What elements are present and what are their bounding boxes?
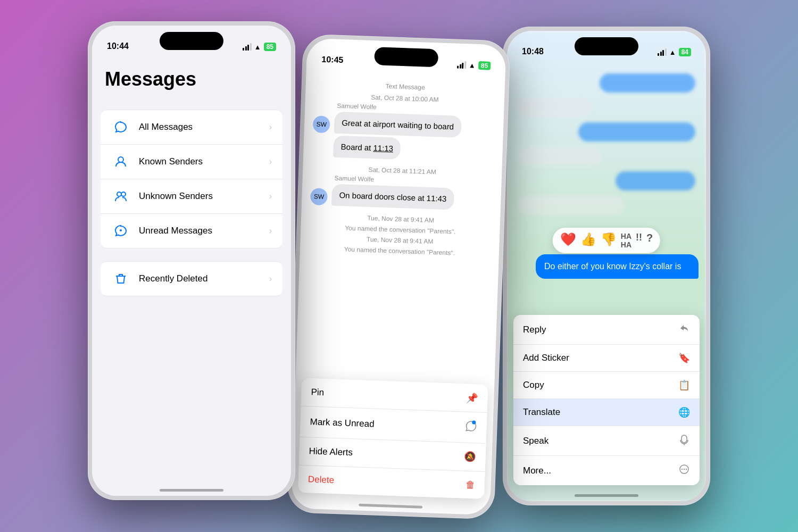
time-3: 10:48 <box>522 47 544 56</box>
more-menu-item[interactable]: More... <box>513 456 700 485</box>
svg-point-8 <box>681 469 683 470</box>
reply-svg-icon <box>678 322 690 334</box>
blur-bubble-2 <box>518 98 592 117</box>
translate-label: Translate <box>523 407 560 418</box>
phone-3: 10:48 ▲ 84 <box>503 27 710 505</box>
signal-icon-2 <box>457 61 466 69</box>
tapback-heart[interactable]: ❤️ <box>560 232 576 249</box>
avatar-2: SW <box>310 188 328 205</box>
more-svg-icon <box>678 463 690 475</box>
add-sticker-label: Add Sticker <box>523 353 569 363</box>
blur-bubble-5 <box>616 171 695 190</box>
person-icon <box>114 155 128 169</box>
reply-label: Reply <box>523 325 546 335</box>
copy-menu-item[interactable]: Copy 📋 <box>513 372 700 399</box>
known-senders-label: Known Senders <box>139 156 269 167</box>
chevron-icon-2: › <box>269 157 272 167</box>
dynamic-island-1 <box>160 32 223 50</box>
messages-title: Messages <box>105 68 278 90</box>
unknown-person-icon <box>114 189 128 203</box>
more-icon <box>678 463 690 478</box>
speak-svg-icon <box>678 434 690 445</box>
sticker-icon: 🔖 <box>678 352 690 364</box>
msg-row-1: SW Great at airport waiting to board <box>313 111 495 139</box>
blurred-messages <box>507 63 706 249</box>
status-icons-3: ▲ 84 <box>658 48 691 56</box>
tapback-exclamation[interactable]: !! <box>636 232 642 249</box>
blur-bubble-6 <box>518 196 624 215</box>
signal-icon-3 <box>658 48 667 56</box>
known-senders-item[interactable]: Known Senders › <box>101 145 282 179</box>
battery-icon-1: 85 <box>264 43 276 51</box>
blur-bubble-3 <box>578 122 695 142</box>
imessage-bg: ❤️ 👍 👎 HAHA !! ? Do either of you know I… <box>507 31 706 501</box>
wifi-icon-3: ▲ <box>669 48 676 56</box>
delete-icon: 🗑 <box>465 479 475 491</box>
chat-screen: Text Message Sat, Oct 28 at 10:00 AM Sam… <box>291 38 506 516</box>
phone-1: 10:44 ▲ 85 Messages <box>88 21 295 500</box>
messages-categories: All Messages › Known Senders › <box>101 110 282 248</box>
reply-menu-item[interactable]: Reply <box>513 315 700 345</box>
recently-deleted-section: Recently Deleted › <box>101 261 282 296</box>
time-2: 10:45 <box>321 55 344 65</box>
chevron-icon-5: › <box>269 274 272 284</box>
tapback-ha[interactable]: HAHA <box>621 232 631 249</box>
tapback-bar: ❤️ 👍 👎 HAHA !! ? <box>553 228 660 253</box>
phone-1-screen: 10:44 ▲ 85 Messages <box>92 26 291 496</box>
signal-icon-1 <box>243 43 252 51</box>
bubble-received-1: Great at airport waiting to board <box>334 112 462 138</box>
msg-row-2: Board at 11:13 <box>333 136 494 163</box>
speak-menu-item[interactable]: Speak <box>513 426 700 456</box>
chevron-icon-3: › <box>269 192 272 201</box>
chevron-icon: › <box>269 122 272 132</box>
wifi-icon-1: ▲ <box>254 43 261 51</box>
mark-unread-label: Mark as Unread <box>310 417 375 429</box>
add-sticker-menu-item[interactable]: Add Sticker 🔖 <box>513 345 700 372</box>
speak-icon <box>678 434 690 448</box>
trash-svg-icon <box>114 272 128 286</box>
msg-row-3: SW On board doors close at 11:43 <box>310 183 493 211</box>
translate-menu-item[interactable]: Translate 🌐 <box>513 399 700 426</box>
all-messages-item[interactable]: All Messages › <box>101 110 282 145</box>
speak-label: Speak <box>523 436 548 446</box>
time-1: 10:44 <box>107 41 129 51</box>
pin-icon: 📌 <box>466 392 478 404</box>
hide-alerts-label: Hide Alerts <box>309 446 353 458</box>
svg-point-3 <box>120 229 122 231</box>
messages-list: Messages All Messages › <box>92 26 291 496</box>
unread-msg-icon <box>465 420 477 433</box>
unread-messages-item[interactable]: Unread Messages › <box>101 214 282 248</box>
reply-icon <box>678 322 690 337</box>
home-indicator-1 <box>160 489 223 492</box>
status-icons-1: ▲ 85 <box>243 43 276 51</box>
unknown-senders-icon <box>111 187 130 206</box>
bubble-received-3: On board doors close at 11:43 <box>331 184 454 210</box>
svg-rect-5 <box>681 435 687 443</box>
phone-3-screen: 10:48 ▲ 84 <box>507 31 706 501</box>
hide-alerts-icon: 🔕 <box>464 451 476 463</box>
phone-2-screen: 10:45 ▲ 85 Text Message Sat, Oct 28 at 1… <box>291 38 506 516</box>
delete-label: Delete <box>308 474 335 486</box>
unread-bubble-icon <box>114 224 128 238</box>
battery-icon-2: 85 <box>478 61 491 70</box>
all-messages-icon <box>111 118 130 137</box>
recently-deleted-label: Recently Deleted <box>139 273 269 284</box>
bubble-received-2: Board at 11:13 <box>333 136 401 160</box>
unread-icon <box>111 221 130 240</box>
tapback-thumbsdown[interactable]: 👎 <box>601 232 617 249</box>
trash-icon <box>111 269 130 288</box>
avatar-1: SW <box>313 115 330 133</box>
recently-deleted-item[interactable]: Recently Deleted › <box>101 261 282 296</box>
blur-bubble-1 <box>600 73 695 93</box>
bubble-icon <box>114 120 128 134</box>
unknown-senders-item[interactable]: Unknown Senders › <box>101 179 282 214</box>
delete-menu-item[interactable]: Delete 🗑 <box>298 466 485 499</box>
svg-point-2 <box>121 192 126 196</box>
blur-bubble-4 <box>518 147 603 166</box>
active-message-area: Do either of you know Izzy's collar is <box>514 254 699 279</box>
tapback-question[interactable]: ? <box>646 232 653 249</box>
tapback-thumbsup[interactable]: 👍 <box>580 232 596 249</box>
chat-bubble-area: Text Message Sat, Oct 28 at 10:00 AM Sam… <box>300 67 505 270</box>
dynamic-island-2 <box>374 47 438 67</box>
context-menu-2: Pin 📌 Mark as Unread Hide Alerts 🔕 <box>298 378 488 499</box>
